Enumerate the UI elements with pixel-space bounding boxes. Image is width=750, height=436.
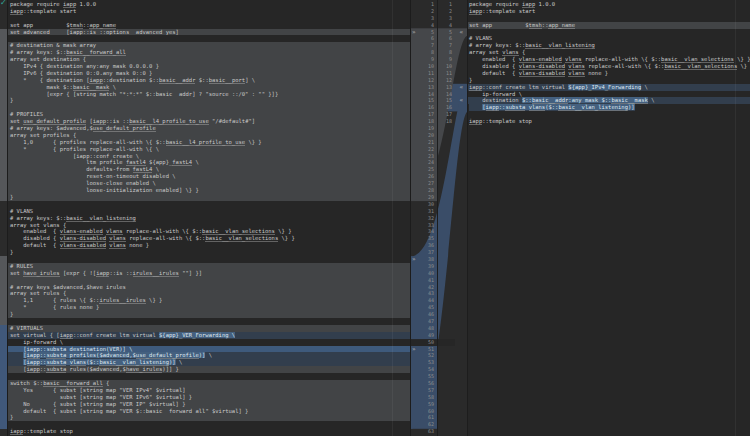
code-line[interactable]: Yes { subst [string map "VER IPv4" $virt… — [8, 387, 410, 394]
code-line[interactable]: subst [string map "VER IPv6" $virtual] } — [8, 394, 410, 401]
code-line[interactable]: enabled { vlans-enabled vlans replace-al… — [467, 56, 750, 63]
code-line[interactable]: [expr { [string match "*:*:*" $::basic__… — [8, 91, 410, 98]
code-line[interactable]: [iapp::substa rules($advanced,$have_irul… — [8, 366, 410, 373]
code-line[interactable]: destination $::basic__addr:any mask $::b… — [467, 97, 750, 104]
code-line[interactable]: # VLANS — [467, 35, 750, 42]
code-line[interactable]: [iapp::conf create \ — [8, 153, 410, 160]
code-line[interactable]: * { destination [iapp::destination $::ba… — [8, 77, 410, 84]
line-number: 35 — [411, 235, 437, 242]
code-line[interactable] — [8, 421, 410, 428]
code-line[interactable]: iapp::template start — [467, 8, 750, 15]
code-line[interactable]: enabled { vlans-enabled vlans replace-al… — [8, 228, 410, 235]
code-line[interactable] — [467, 111, 750, 118]
code-line[interactable]: } — [8, 249, 410, 256]
code-line[interactable]: default { vlans-disabled vlans none } — [8, 242, 410, 249]
code-line[interactable]: set app $tmsh::app_name — [8, 22, 410, 29]
code-line[interactable]: # array keys: $::basic__vlan_listening — [467, 42, 750, 49]
code-line[interactable]: ip-forward \ — [467, 91, 750, 98]
code-line[interactable]: array set vlans { — [467, 49, 750, 56]
code-line[interactable]: iapp::template start — [8, 8, 410, 15]
code-line[interactable]: # VIRTUALS — [8, 325, 410, 332]
code-line[interactable]: [iapp::substa profiles($advanced,$use_de… — [8, 352, 410, 359]
code-line[interactable]: # array keys: $advanced,$use_default_pro… — [8, 125, 410, 132]
code-line[interactable] — [8, 35, 410, 42]
code-line[interactable] — [8, 15, 410, 22]
code-line[interactable]: } — [467, 77, 750, 84]
code-line[interactable]: disabled { vlans-disabled vlans replace-… — [467, 63, 750, 70]
code-line[interactable]: array set vlans { — [8, 222, 410, 229]
edge-deleted-chunk-indicator[interactable] — [0, 29, 7, 202]
code-line[interactable]: [iapp::substa vlans($::basic__vlan_liste… — [467, 104, 750, 111]
push-left-marker[interactable]: « — [459, 29, 463, 36]
code-line[interactable]: array set rules { — [8, 290, 410, 297]
code-line[interactable]: 1,0 { profiles replace-all-with \{ $::ba… — [8, 139, 410, 146]
code-line[interactable]: reset-on-timeout disabled \ — [8, 173, 410, 180]
code-line[interactable]: # VLANS — [8, 208, 410, 215]
code-line[interactable]: } — [8, 311, 410, 318]
line-number: 25 — [411, 166, 437, 173]
line-number: 29 — [411, 194, 437, 201]
code-line[interactable]: ltm profile fastl4 ${app}_fastL4 \ — [8, 159, 410, 166]
code-line[interactable] — [8, 201, 410, 208]
code-line[interactable]: switch $::basic__forward_all { — [8, 380, 410, 387]
code-line[interactable]: [iapp::substa vlans($::basic__vlan_liste… — [8, 359, 410, 366]
code-line[interactable]: # array keys $advanced,$have_irules — [8, 284, 410, 291]
code-line[interactable]: set virtual { [iapp::conf create ltm vir… — [8, 332, 410, 339]
left-pane[interactable]: package require iapp 1.0.0iapp::template… — [8, 0, 410, 436]
code-line[interactable] — [8, 104, 410, 111]
code-line[interactable]: package require iapp 1.0.0 — [8, 1, 410, 8]
code-line[interactable]: } — [8, 414, 410, 421]
inline-diff-highlight: [iapp::substa vlans($::basic__vlan_liste… — [23, 359, 175, 365]
code-line[interactable]: array set destination { — [8, 56, 410, 63]
gutter-divider-right — [467, 0, 468, 436]
code-line[interactable]: ip-forward \ — [8, 339, 410, 346]
edge-deleted-chunk-indicator[interactable] — [0, 256, 7, 325]
code-line[interactable] — [8, 318, 410, 325]
code-line[interactable] — [8, 277, 410, 284]
code-line[interactable]: 1,1 { rules \{ $::irules__irules \} } — [8, 297, 410, 304]
code-line[interactable]: # destination & mask array — [8, 42, 410, 49]
code-line[interactable]: # PROFILES — [8, 111, 410, 118]
push-right-marker[interactable]: » — [412, 256, 416, 263]
code-line[interactable]: array set profiles { — [8, 132, 410, 139]
line-number: »5 — [411, 29, 437, 36]
push-right-marker[interactable]: » — [412, 29, 416, 36]
line-number: 59 — [411, 401, 437, 408]
code-line[interactable]: * { profiles replace-all-with \{ \ — [8, 146, 410, 153]
code-line[interactable]: package require iapp 1.0.0 — [467, 1, 750, 8]
right-pane[interactable]: package require iapp 1.0.0iapp::template… — [467, 0, 750, 436]
code-line[interactable]: iapp::template stop — [8, 428, 410, 435]
code-line[interactable]: # RULES — [8, 263, 410, 270]
code-line[interactable]: defaults-from fastL4 \ — [8, 166, 410, 173]
code-line[interactable]: } — [8, 194, 410, 201]
code-line[interactable]: set app $tmsh::app_name — [467, 22, 750, 29]
code-line[interactable]: IPv6 { destination 0::0.any mask 0::0 } — [8, 70, 410, 77]
code-line[interactable]: set use_default_profile [iapp::is ::basi… — [8, 118, 410, 125]
push-left-marker[interactable]: « — [459, 84, 463, 91]
code-line[interactable]: set have_irules [expr { ![iapp::is ::iru… — [8, 270, 410, 277]
code-line[interactable]: iapp::conf create ltm virtual ${app}_IPv… — [467, 84, 750, 91]
code-line[interactable]: loose-initialization enabled] \} } — [8, 187, 410, 194]
line-number: 62 — [411, 421, 437, 428]
code-line[interactable]: [iapp::substa destination(VER)] \ — [8, 346, 410, 353]
code-line[interactable]: iapp::template stop — [467, 118, 750, 125]
code-line[interactable] — [8, 256, 410, 263]
push-right-marker[interactable]: » — [412, 346, 416, 353]
code-line[interactable]: default { vlans-disabled vlans none } — [467, 70, 750, 77]
code-line[interactable]: set advanced [iapp::is ::options__advanc… — [8, 29, 410, 36]
code-line[interactable]: mask $::basic__mask \ — [8, 84, 410, 91]
edge-changed-chunk-indicator[interactable] — [0, 325, 7, 429]
code-line[interactable]: IPv4 { destination any:any mask 0.0.0.0 … — [8, 63, 410, 70]
code-line[interactable] — [467, 15, 750, 22]
code-line[interactable]: loose-close enabled \ — [8, 180, 410, 187]
code-line[interactable] — [467, 29, 750, 36]
code-line[interactable]: * { rules none } — [8, 304, 410, 311]
code-line[interactable] — [8, 373, 410, 380]
code-line[interactable]: No { subst [string map "VER IP" $virtual… — [8, 401, 410, 408]
code-line[interactable]: # array keys: $::basic__vlan_listening — [8, 215, 410, 222]
code-line[interactable]: # array keys: $::basic__forward_all — [8, 49, 410, 56]
code-line[interactable]: default { subst [string map "VER $::basi… — [8, 408, 410, 415]
code-line[interactable]: disabled { vlans-disabled vlans replace-… — [8, 235, 410, 242]
code-line[interactable]: } — [8, 97, 410, 104]
push-left-marker[interactable]: « — [459, 97, 463, 104]
